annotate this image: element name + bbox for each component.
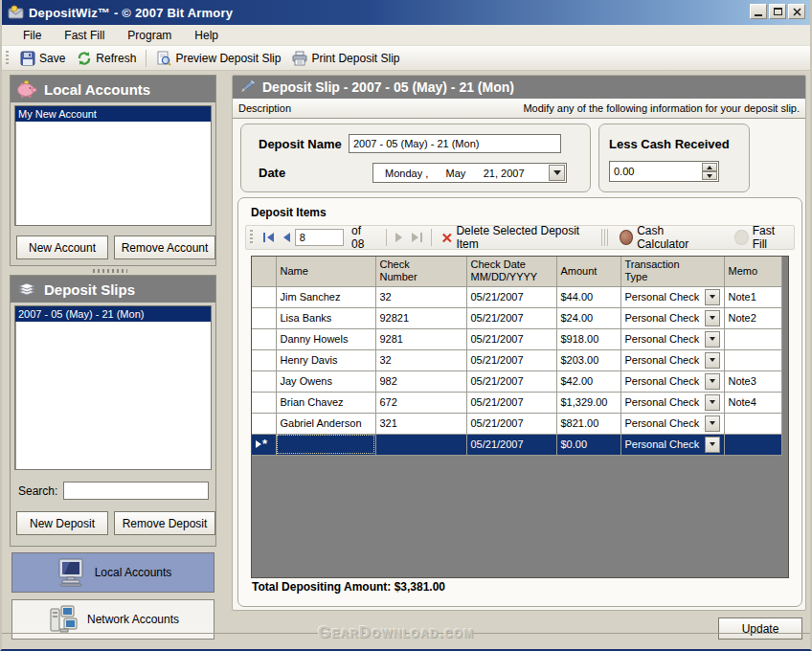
cell-transaction-type[interactable]: Personal Check [620, 370, 724, 392]
row-selector-current[interactable]: * [252, 434, 276, 455]
remove-deposit-button[interactable]: Remove Deposit [114, 511, 215, 535]
row-selector[interactable] [252, 370, 276, 392]
sidebar-splitter[interactable] [93, 269, 127, 273]
spin-up-button[interactable] [702, 163, 717, 171]
row-selector[interactable] [252, 392, 276, 413]
table-row[interactable]: Brian Chavez 672 05/21/2007 $1,329.00 Pe… [252, 392, 781, 413]
cell-check-date[interactable]: 05/21/2007 [466, 392, 556, 413]
cell-amount[interactable]: $1,329.00 [556, 392, 620, 413]
cell-check-date[interactable]: 05/21/2007 [466, 286, 556, 307]
search-input[interactable] [63, 482, 209, 500]
preview-deposit-slip-button[interactable]: Preview Deposit Slip [150, 49, 286, 68]
table-row[interactable]: Gabriel Anderson 321 05/21/2007 $821.00 … [252, 413, 781, 434]
cell-transaction-type[interactable]: Personal Check [620, 286, 724, 307]
table-row-selected-new[interactable]: * 05/21/2007 $0.00 Personal Check [252, 434, 781, 455]
new-deposit-button[interactable]: New Deposit [16, 511, 108, 535]
transaction-dropdown-button[interactable] [705, 331, 720, 348]
menu-fast-fill[interactable]: Fast Fill [55, 26, 114, 45]
accounts-listbox[interactable]: My New Account [14, 105, 212, 226]
fast-fill-button[interactable]: Fast Fill [729, 222, 794, 253]
col-header-amount[interactable]: Amount [556, 257, 620, 286]
col-header-memo[interactable]: Memo [724, 257, 781, 286]
cell-memo[interactable] [724, 413, 781, 434]
new-account-button[interactable]: New Account [16, 236, 108, 259]
cell-name[interactable]: Brian Chavez [276, 392, 375, 413]
previous-record-button[interactable] [279, 231, 295, 244]
col-header-check-number[interactable]: CheckNumber [375, 257, 466, 286]
delete-deposit-item-button[interactable]: Delete Selected Deposit Item [436, 222, 596, 253]
cell-amount[interactable]: $24.00 [556, 307, 620, 328]
row-selector[interactable] [252, 286, 276, 307]
cell-check-number[interactable]: 92821 [375, 307, 466, 328]
cell-transaction-type[interactable]: Personal Check [620, 307, 724, 328]
cell-check-date[interactable]: 05/21/2007 [466, 413, 556, 434]
cell-check-date[interactable]: 05/21/2007 [466, 434, 556, 455]
date-dropdown-button[interactable] [549, 165, 565, 181]
transaction-dropdown-button[interactable] [705, 394, 720, 411]
save-button[interactable]: Save [14, 49, 71, 68]
last-record-button[interactable] [407, 231, 427, 244]
cell-memo[interactable]: Note2 [724, 307, 781, 328]
menu-file[interactable]: File [13, 26, 51, 45]
date-dropdown[interactable]: Monday , May 21, 2007 [372, 163, 567, 183]
cell-transaction-type[interactable]: Personal Check [620, 413, 724, 434]
transaction-dropdown-button[interactable] [705, 415, 720, 432]
table-row[interactable]: Lisa Banks 92821 05/21/2007 $24.00 Perso… [252, 307, 781, 328]
col-header-transaction-type[interactable]: TransactionType [620, 257, 724, 286]
cell-check-number[interactable]: 982 [375, 370, 466, 392]
table-row[interactable]: Jay Owens 982 05/21/2007 $42.00 Personal… [252, 370, 781, 392]
table-row[interactable]: Danny Howels 9281 05/21/2007 $918.00 Per… [252, 328, 781, 349]
cell-transaction-type[interactable]: Personal Check [620, 328, 724, 349]
cell-transaction-type[interactable]: Personal Check [620, 434, 724, 455]
cell-memo[interactable]: Note1 [724, 286, 781, 307]
slips-listbox[interactable]: 2007 - 05 (May) - 21 (Mon) [14, 305, 212, 470]
cell-memo[interactable]: Note4 [724, 392, 781, 413]
less-cash-input[interactable]: 0.00 [609, 161, 719, 182]
refresh-button[interactable]: Refresh [71, 49, 142, 68]
cell-check-number[interactable]: 321 [375, 413, 466, 434]
transaction-dropdown-button[interactable] [705, 289, 720, 305]
transaction-dropdown-button[interactable] [705, 352, 720, 369]
cell-check-number[interactable]: 672 [375, 392, 466, 413]
transaction-dropdown-button[interactable] [705, 373, 720, 390]
cell-name[interactable]: Jim Sanchez [276, 286, 375, 307]
cell-check-number[interactable]: 9281 [375, 328, 466, 349]
row-selector[interactable] [252, 307, 276, 328]
cell-amount[interactable]: $42.00 [556, 370, 620, 392]
cell-check-date[interactable]: 05/21/2007 [466, 349, 556, 370]
local-accounts-nav-button[interactable]: Local Accounts [11, 552, 214, 593]
remove-account-button[interactable]: Remove Account [114, 236, 215, 259]
cell-check-number[interactable] [375, 434, 466, 455]
transaction-dropdown-button[interactable] [705, 310, 720, 326]
menu-program[interactable]: Program [118, 26, 181, 45]
cell-amount[interactable]: $821.00 [556, 413, 620, 434]
cell-memo[interactable] [724, 328, 781, 349]
record-position-input[interactable]: 8 [295, 229, 344, 246]
maximize-button[interactable] [769, 4, 786, 19]
close-button[interactable] [788, 4, 805, 19]
print-deposit-slip-button[interactable]: Print Deposit Slip [286, 49, 405, 68]
cell-check-date[interactable]: 05/21/2007 [466, 370, 556, 392]
minimize-button[interactable] [750, 4, 767, 19]
cell-name-focused[interactable] [276, 434, 375, 455]
cell-check-number[interactable]: 32 [375, 349, 466, 370]
next-record-button[interactable] [391, 231, 407, 244]
col-header-check-date[interactable]: Check DateMM/DD/YYYY [466, 257, 556, 286]
col-header-name[interactable]: Name [276, 257, 375, 286]
less-cash-spinner[interactable] [702, 163, 717, 180]
table-row[interactable]: Henry Davis 32 05/21/2007 $203.00 Person… [252, 349, 781, 370]
update-button[interactable]: Update [718, 617, 802, 640]
cell-transaction-type[interactable]: Personal Check [620, 349, 724, 370]
cell-check-date[interactable]: 05/21/2007 [466, 328, 556, 349]
cell-memo[interactable] [724, 349, 781, 370]
account-list-item[interactable]: My New Account [15, 106, 211, 122]
cash-calculator-button[interactable]: Cash Calculator [614, 222, 716, 253]
cell-memo[interactable] [724, 434, 781, 455]
cell-check-number[interactable]: 32 [375, 286, 466, 307]
cell-name[interactable]: Lisa Banks [276, 307, 375, 328]
row-selector[interactable] [252, 349, 276, 370]
deposit-items-grid[interactable]: Name CheckNumber Check DateMM/DD/YYYY Am… [251, 256, 789, 578]
cell-name[interactable]: Gabriel Anderson [276, 413, 375, 434]
row-selector[interactable] [252, 413, 276, 434]
table-row[interactable]: Jim Sanchez 32 05/21/2007 $44.00 Persona… [252, 286, 781, 307]
